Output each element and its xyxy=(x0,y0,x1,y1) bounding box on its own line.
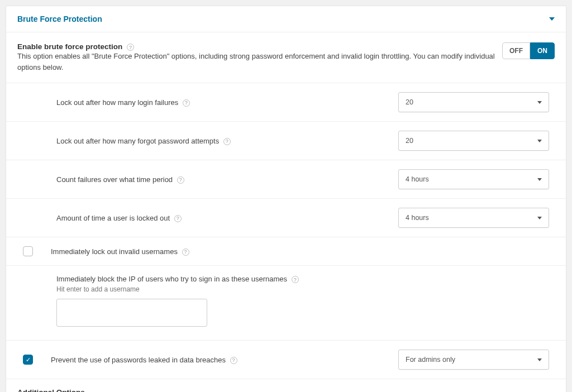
count-period-row: Count failures over what time period ? 4… xyxy=(6,160,566,199)
select-value: For admins only xyxy=(406,356,455,364)
enable-title: Enable brute force protection xyxy=(17,42,122,51)
lock-invalid-label: Immediately lock out invalid usernames xyxy=(51,247,178,256)
label-col: Lock out after how many login failures ? xyxy=(56,98,398,107)
brute-force-panel: Brute Force Protection Enable brute forc… xyxy=(6,6,566,392)
label-col: Prevent the use of passwords leaked in d… xyxy=(51,356,398,364)
lockout-time-select[interactable]: 4 hours xyxy=(398,208,549,228)
forgot-attempts-label: Lock out after how many forgot password … xyxy=(56,137,219,145)
forgot-attempts-select[interactable]: 20 xyxy=(398,131,549,151)
login-failures-label: Lock out after how many login failures xyxy=(56,98,178,107)
toggle-on[interactable]: ON xyxy=(530,42,555,59)
block-ip-label-wrap: Immediately block the IP of users who tr… xyxy=(56,275,555,283)
help-icon[interactable]: ? xyxy=(223,138,231,145)
chevron-down-icon xyxy=(537,101,542,104)
label-col: Lock out after how many forgot password … xyxy=(56,137,398,145)
count-period-select[interactable]: 4 hours xyxy=(398,169,549,189)
login-failures-select[interactable]: 20 xyxy=(398,92,549,112)
additional-options-heading: Additional Options xyxy=(6,379,566,392)
toggle-col: OFF ON xyxy=(502,42,555,59)
select-value: 20 xyxy=(406,137,413,145)
help-icon[interactable]: ? xyxy=(177,176,184,184)
select-value: 4 hours xyxy=(406,175,429,183)
block-ip-row: Immediately block the IP of users who tr… xyxy=(6,266,566,341)
help-icon[interactable]: ? xyxy=(183,99,190,107)
enable-toggle[interactable]: OFF ON xyxy=(502,42,555,59)
block-ip-hint: Hit enter to add a username xyxy=(56,285,555,293)
block-ip-label: Immediately block the IP of users who tr… xyxy=(56,275,287,283)
enable-description: This option enables all "Brute Force Pro… xyxy=(17,51,502,73)
chevron-down-icon xyxy=(537,358,542,361)
lock-invalid-checkbox[interactable] xyxy=(23,246,33,256)
help-icon[interactable]: ? xyxy=(174,215,182,222)
control-col: 4 hours xyxy=(398,169,555,189)
help-icon[interactable]: ? xyxy=(292,276,299,283)
enable-title-wrap: Enable brute force protection ? xyxy=(17,42,502,51)
toggle-off[interactable]: OFF xyxy=(502,42,530,59)
enable-label-col: Enable brute force protection ? This opt… xyxy=(17,42,502,73)
chevron-down-icon xyxy=(537,140,542,142)
control-col: 20 xyxy=(398,92,555,112)
control-col: 4 hours xyxy=(398,208,555,228)
control-col: For admins only xyxy=(398,350,555,370)
block-ip-input[interactable] xyxy=(56,299,207,327)
forgot-attempts-row: Lock out after how many forgot password … xyxy=(6,122,566,160)
help-icon[interactable]: ? xyxy=(127,44,134,51)
select-value: 20 xyxy=(406,98,413,106)
lock-invalid-row: Immediately lock out invalid usernames ? xyxy=(6,237,566,266)
label-col: Immediately lock out invalid usernames ? xyxy=(51,247,555,256)
count-period-label: Count failures over what time period xyxy=(56,175,173,184)
chevron-down-icon xyxy=(549,17,555,21)
checkbox-col: ✓ xyxy=(17,355,51,365)
prevent-leaked-checkbox[interactable]: ✓ xyxy=(23,355,33,365)
panel-header[interactable]: Brute Force Protection xyxy=(6,6,566,32)
login-failures-row: Lock out after how many login failures ?… xyxy=(6,83,566,122)
lockout-time-label: Amount of time a user is locked out xyxy=(56,214,170,222)
prevent-leaked-row: ✓ Prevent the use of passwords leaked in… xyxy=(6,341,566,379)
enable-row: Enable brute force protection ? This opt… xyxy=(6,32,566,83)
panel-title: Brute Force Protection xyxy=(17,15,102,23)
prevent-leaked-select[interactable]: For admins only xyxy=(398,350,549,370)
label-col: Amount of time a user is locked out ? xyxy=(56,214,398,222)
control-col: 20 xyxy=(398,131,555,151)
checkbox-col xyxy=(17,246,51,256)
chevron-down-icon xyxy=(537,217,542,219)
label-col: Count failures over what time period ? xyxy=(56,175,398,184)
help-icon[interactable]: ? xyxy=(182,248,189,256)
select-value: 4 hours xyxy=(406,214,429,222)
help-icon[interactable]: ? xyxy=(230,357,237,364)
chevron-down-icon xyxy=(537,178,542,181)
lockout-time-row: Amount of time a user is locked out ? 4 … xyxy=(6,199,566,237)
prevent-leaked-label: Prevent the use of passwords leaked in d… xyxy=(51,356,226,364)
